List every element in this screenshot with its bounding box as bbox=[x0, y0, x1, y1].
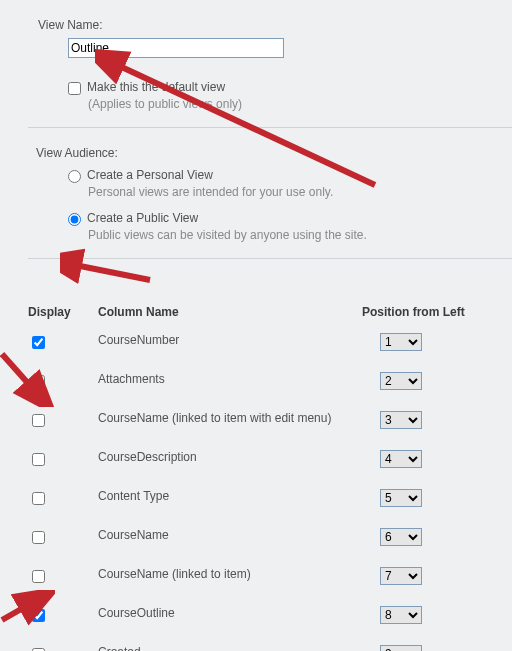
table-row: CourseName6 bbox=[28, 522, 512, 553]
hdr-display: Display bbox=[28, 305, 98, 319]
column-name-label: CourseDescription bbox=[98, 450, 362, 465]
hdr-column-name: Column Name bbox=[98, 305, 362, 319]
display-checkbox[interactable] bbox=[32, 609, 45, 622]
default-view-note: (Applies to public views only) bbox=[88, 97, 512, 111]
position-select[interactable]: 3 bbox=[380, 411, 422, 429]
position-select[interactable]: 1 bbox=[380, 333, 422, 351]
column-name-label: CourseName (linked to item with edit men… bbox=[98, 411, 362, 426]
table-row: Created9 bbox=[28, 639, 512, 651]
display-checkbox[interactable] bbox=[32, 492, 45, 505]
table-row: Content Type5 bbox=[28, 483, 512, 514]
public-view-note: Public views can be visited by anyone us… bbox=[88, 228, 512, 242]
display-checkbox[interactable] bbox=[32, 336, 45, 349]
display-checkbox[interactable] bbox=[32, 531, 45, 544]
personal-view-label: Create a Personal View bbox=[87, 168, 213, 182]
column-name-label: Attachments bbox=[98, 372, 362, 387]
position-select[interactable]: 4 bbox=[380, 450, 422, 468]
column-name-label: CourseName (linked to item) bbox=[98, 567, 362, 582]
default-view-checkbox[interactable] bbox=[68, 82, 81, 95]
display-checkbox[interactable] bbox=[32, 414, 45, 427]
position-select[interactable]: 7 bbox=[380, 567, 422, 585]
columns-header: Display Column Name Position from Left bbox=[28, 305, 512, 319]
personal-view-note: Personal views are intended for your use… bbox=[88, 185, 512, 199]
public-view-radio[interactable] bbox=[68, 213, 81, 226]
column-name-label: CourseName bbox=[98, 528, 362, 543]
audience-label: View Audience: bbox=[36, 146, 512, 160]
display-checkbox[interactable] bbox=[32, 453, 45, 466]
position-select[interactable]: 8 bbox=[380, 606, 422, 624]
table-row: CourseOutline8 bbox=[28, 600, 512, 631]
display-checkbox[interactable] bbox=[32, 570, 45, 583]
table-row: Attachments2 bbox=[28, 366, 512, 397]
table-row: CourseName (linked to item with edit men… bbox=[28, 405, 512, 436]
default-view-label: Make this the default view bbox=[87, 80, 225, 94]
hdr-position: Position from Left bbox=[362, 305, 512, 319]
columns-rows: CourseNumber1Attachments2CourseName (lin… bbox=[28, 327, 512, 651]
position-select[interactable]: 5 bbox=[380, 489, 422, 507]
column-name-label: Created bbox=[98, 645, 362, 651]
column-name-label: CourseOutline bbox=[98, 606, 362, 621]
table-row: CourseName (linked to item)7 bbox=[28, 561, 512, 592]
position-select[interactable]: 6 bbox=[380, 528, 422, 546]
public-view-label: Create a Public View bbox=[87, 211, 198, 225]
table-row: CourseDescription4 bbox=[28, 444, 512, 475]
section-view-name: View Name: Make this the default view (A… bbox=[28, 18, 512, 127]
column-name-label: Content Type bbox=[98, 489, 362, 504]
svg-line-3 bbox=[2, 604, 30, 620]
position-select[interactable]: 9 bbox=[380, 645, 422, 651]
position-select[interactable]: 2 bbox=[380, 372, 422, 390]
section-columns: Display Column Name Position from Left C… bbox=[28, 258, 512, 651]
personal-view-radio[interactable] bbox=[68, 170, 81, 183]
table-row: CourseNumber1 bbox=[28, 327, 512, 358]
display-checkbox[interactable] bbox=[32, 375, 45, 388]
section-audience: View Audience: Create a Personal View Pe… bbox=[28, 127, 512, 258]
view-name-input[interactable] bbox=[68, 38, 284, 58]
view-name-label: View Name: bbox=[38, 18, 512, 32]
column-name-label: CourseNumber bbox=[98, 333, 362, 348]
